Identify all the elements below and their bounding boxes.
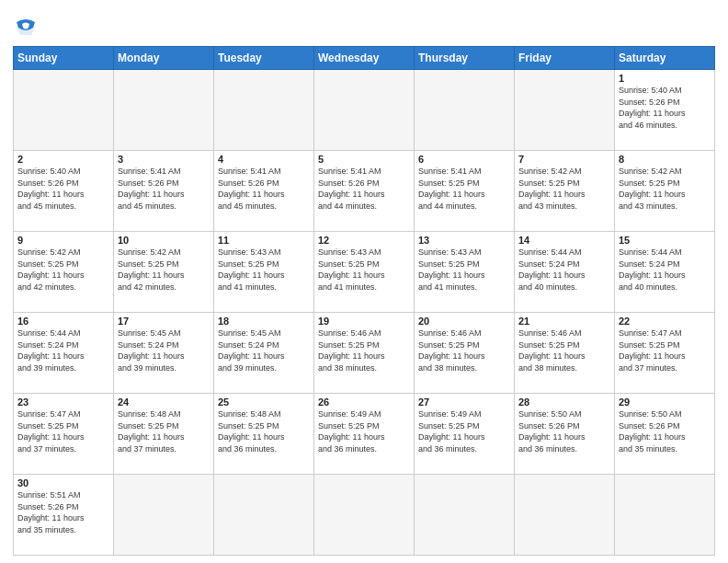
day-number: 30 [17, 477, 109, 488]
day-info: Sunrise: 5:43 AM Sunset: 5:25 PM Dayligh… [218, 247, 310, 293]
calendar-cell: 29Sunrise: 5:50 AM Sunset: 5:26 PM Dayli… [615, 394, 715, 475]
header [13, 9, 715, 40]
calendar-cell: 15Sunrise: 5:44 AM Sunset: 5:24 PM Dayli… [615, 232, 715, 313]
day-info: Sunrise: 5:45 AM Sunset: 5:24 PM Dayligh… [218, 327, 310, 373]
day-number: 21 [518, 316, 610, 327]
calendar-week-1: 2Sunrise: 5:40 AM Sunset: 5:26 PM Daylig… [14, 151, 715, 232]
calendar-cell [314, 70, 415, 151]
day-number: 29 [619, 396, 711, 408]
day-number: 16 [17, 316, 109, 327]
day-info: Sunrise: 5:46 AM Sunset: 5:25 PM Dayligh… [418, 327, 510, 373]
day-header-friday: Friday [515, 47, 615, 70]
calendar-cell [14, 70, 114, 151]
day-info: Sunrise: 5:41 AM Sunset: 5:26 PM Dayligh… [218, 166, 310, 212]
day-info: Sunrise: 5:43 AM Sunset: 5:25 PM Dayligh… [418, 247, 510, 293]
day-number: 2 [17, 154, 109, 165]
day-info: Sunrise: 5:42 AM Sunset: 5:25 PM Dayligh… [118, 247, 210, 293]
day-header-tuesday: Tuesday [214, 47, 314, 70]
day-number: 15 [619, 235, 711, 246]
calendar-week-2: 9Sunrise: 5:42 AM Sunset: 5:25 PM Daylig… [14, 232, 715, 313]
day-number: 13 [418, 235, 510, 246]
day-number: 6 [418, 154, 510, 165]
day-info: Sunrise: 5:42 AM Sunset: 5:25 PM Dayligh… [619, 166, 711, 212]
calendar-cell [415, 70, 515, 151]
day-info: Sunrise: 5:42 AM Sunset: 5:25 PM Dayligh… [518, 166, 610, 212]
calendar-table: SundayMondayTuesdayWednesdayThursdayFrid… [13, 46, 715, 556]
calendar-cell: 4Sunrise: 5:41 AM Sunset: 5:26 PM Daylig… [214, 151, 314, 232]
day-info: Sunrise: 5:49 AM Sunset: 5:25 PM Dayligh… [418, 408, 510, 454]
day-header-thursday: Thursday [415, 47, 515, 70]
calendar-cell: 18Sunrise: 5:45 AM Sunset: 5:24 PM Dayli… [214, 313, 314, 394]
day-info: Sunrise: 5:41 AM Sunset: 5:25 PM Dayligh… [418, 166, 510, 212]
calendar-cell: 3Sunrise: 5:41 AM Sunset: 5:26 PM Daylig… [114, 151, 214, 232]
calendar-cell: 27Sunrise: 5:49 AM Sunset: 5:25 PM Dayli… [415, 394, 515, 475]
day-number: 27 [418, 396, 510, 408]
calendar-cell: 14Sunrise: 5:44 AM Sunset: 5:24 PM Dayli… [515, 232, 615, 313]
calendar-cell: 26Sunrise: 5:49 AM Sunset: 5:25 PM Dayli… [314, 394, 415, 475]
calendar-cell [114, 475, 214, 556]
day-number: 3 [118, 154, 210, 165]
calendar-week-0: 1Sunrise: 5:40 AM Sunset: 5:26 PM Daylig… [14, 70, 715, 151]
day-info: Sunrise: 5:45 AM Sunset: 5:24 PM Dayligh… [118, 327, 210, 373]
day-info: Sunrise: 5:43 AM Sunset: 5:25 PM Dayligh… [318, 247, 410, 293]
calendar-cell: 10Sunrise: 5:42 AM Sunset: 5:25 PM Dayli… [114, 232, 214, 313]
day-number: 10 [118, 235, 210, 246]
day-number: 28 [518, 396, 610, 408]
day-info: Sunrise: 5:48 AM Sunset: 5:25 PM Dayligh… [218, 408, 310, 454]
day-info: Sunrise: 5:41 AM Sunset: 5:26 PM Dayligh… [118, 166, 210, 212]
calendar-cell: 19Sunrise: 5:46 AM Sunset: 5:25 PM Dayli… [314, 313, 415, 394]
day-number: 19 [318, 316, 410, 327]
day-number: 17 [118, 316, 210, 327]
calendar-cell [214, 70, 314, 151]
calendar-cell [515, 70, 615, 151]
calendar-cell: 7Sunrise: 5:42 AM Sunset: 5:25 PM Daylig… [515, 151, 615, 232]
day-info: Sunrise: 5:41 AM Sunset: 5:26 PM Dayligh… [318, 166, 410, 212]
day-number: 9 [17, 235, 109, 246]
day-number: 22 [619, 316, 711, 327]
day-info: Sunrise: 5:46 AM Sunset: 5:25 PM Dayligh… [518, 327, 610, 373]
calendar-week-4: 23Sunrise: 5:47 AM Sunset: 5:25 PM Dayli… [14, 394, 715, 475]
calendar-cell: 5Sunrise: 5:41 AM Sunset: 5:26 PM Daylig… [314, 151, 415, 232]
day-info: Sunrise: 5:50 AM Sunset: 5:26 PM Dayligh… [518, 408, 610, 454]
calendar-cell: 24Sunrise: 5:48 AM Sunset: 5:25 PM Dayli… [114, 394, 214, 475]
day-info: Sunrise: 5:47 AM Sunset: 5:25 PM Dayligh… [619, 327, 711, 373]
day-number: 4 [218, 154, 310, 165]
calendar-cell [214, 475, 314, 556]
day-number: 8 [619, 154, 711, 165]
day-number: 25 [218, 396, 310, 408]
day-info: Sunrise: 5:48 AM Sunset: 5:25 PM Dayligh… [118, 408, 210, 454]
day-number: 5 [318, 154, 410, 165]
day-info: Sunrise: 5:44 AM Sunset: 5:24 PM Dayligh… [518, 247, 610, 293]
calendar-cell: 23Sunrise: 5:47 AM Sunset: 5:25 PM Dayli… [14, 394, 114, 475]
day-info: Sunrise: 5:50 AM Sunset: 5:26 PM Dayligh… [619, 408, 711, 454]
calendar-cell [314, 475, 415, 556]
day-number: 18 [218, 316, 310, 327]
logo [13, 13, 42, 40]
calendar-cell: 9Sunrise: 5:42 AM Sunset: 5:25 PM Daylig… [14, 232, 114, 313]
day-number: 23 [17, 396, 109, 408]
day-number: 24 [118, 396, 210, 408]
day-header-monday: Monday [114, 47, 214, 70]
calendar-cell: 25Sunrise: 5:48 AM Sunset: 5:25 PM Dayli… [214, 394, 314, 475]
day-info: Sunrise: 5:44 AM Sunset: 5:24 PM Dayligh… [619, 247, 711, 293]
calendar-cell: 22Sunrise: 5:47 AM Sunset: 5:25 PM Dayli… [615, 313, 715, 394]
calendar-cell [515, 475, 615, 556]
calendar-week-5: 30Sunrise: 5:51 AM Sunset: 5:26 PM Dayli… [14, 475, 715, 556]
day-number: 1 [619, 73, 711, 84]
calendar-cell: 8Sunrise: 5:42 AM Sunset: 5:25 PM Daylig… [615, 151, 715, 232]
calendar-cell: 20Sunrise: 5:46 AM Sunset: 5:25 PM Dayli… [415, 313, 515, 394]
day-info: Sunrise: 5:47 AM Sunset: 5:25 PM Dayligh… [17, 408, 109, 454]
day-info: Sunrise: 5:40 AM Sunset: 5:26 PM Dayligh… [17, 166, 109, 212]
calendar-cell: 12Sunrise: 5:43 AM Sunset: 5:25 PM Dayli… [314, 232, 415, 313]
calendar-header-row: SundayMondayTuesdayWednesdayThursdayFrid… [14, 47, 715, 70]
calendar-cell [114, 70, 214, 151]
day-header-wednesday: Wednesday [314, 47, 415, 70]
calendar-cell: 21Sunrise: 5:46 AM Sunset: 5:25 PM Dayli… [515, 313, 615, 394]
day-number: 12 [318, 235, 410, 246]
page: SundayMondayTuesdayWednesdayThursdayFrid… [0, 0, 728, 563]
calendar-cell: 28Sunrise: 5:50 AM Sunset: 5:26 PM Dayli… [515, 394, 615, 475]
day-header-sunday: Sunday [14, 47, 114, 70]
calendar-cell: 11Sunrise: 5:43 AM Sunset: 5:25 PM Dayli… [214, 232, 314, 313]
day-number: 26 [318, 396, 410, 408]
calendar-cell: 17Sunrise: 5:45 AM Sunset: 5:24 PM Dayli… [114, 313, 214, 394]
